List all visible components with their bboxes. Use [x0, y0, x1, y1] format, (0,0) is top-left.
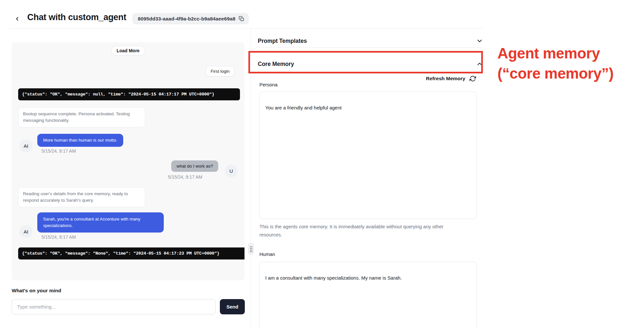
annotation-text: Agent memory (“core memory”) — [497, 43, 643, 83]
chevron-down-icon — [476, 37, 483, 44]
user-message-bubble: what do I work as? — [171, 160, 218, 172]
persona-textarea[interactable]: You are a friendly and helpful agent — [259, 92, 477, 219]
load-more-button[interactable]: Load More — [111, 46, 145, 56]
human-label: Human — [259, 251, 275, 257]
drag-dots-icon — [249, 246, 252, 252]
agent-id-value: 8095dd33-aaad-4f9a-b2cc-b9a84aee69a8 — [138, 16, 235, 22]
panel-resize-handle[interactable] — [248, 243, 254, 254]
copy-agent-id-button[interactable] — [239, 16, 244, 21]
agent-avatar: AI — [19, 139, 32, 152]
message-timestamp: 5/15/24, 9:17 AM — [168, 174, 202, 180]
agent-id-badge: 8095dd33-aaad-4f9a-b2cc-b9a84aee69a8 — [132, 13, 249, 24]
chat-message-panel: Load More First login {"status": "OK", "… — [12, 42, 244, 280]
prompt-templates-title: Prompt Templates — [258, 38, 307, 44]
inner-monologue-message: Bootup sequence complete. Persona activa… — [18, 107, 145, 127]
header-divider — [9, 29, 483, 29]
annotation-line-1: Agent memory — [497, 43, 643, 63]
page-title: Chat with custom_agent — [27, 12, 126, 22]
chevron-left-icon — [14, 16, 20, 22]
system-json-message: {"status": "OK", "message": "None", "tim… — [18, 247, 244, 259]
message-timestamp: 5/15/24, 9:17 AM — [42, 148, 76, 154]
agent-avatar: AI — [19, 225, 32, 238]
agent-message-bubble: More human than human is our motto. — [37, 134, 123, 147]
first-login-badge: First login — [206, 66, 234, 77]
human-textarea[interactable]: I am a consultant with many specializati… — [259, 262, 477, 328]
chevron-up-icon — [476, 60, 483, 68]
core-memory-section-header[interactable]: Core Memory — [258, 58, 483, 70]
composer-label: What's on your mind — [12, 288, 61, 294]
send-button[interactable]: Send — [220, 299, 245, 314]
core-memory-description: This is the agents core memory. It is im… — [259, 222, 464, 239]
refresh-memory-label: Refresh Memory — [426, 76, 465, 82]
copy-icon — [239, 16, 244, 21]
agent-message-bubble: Sarah, you're a consultant at Accenture … — [37, 212, 164, 233]
message-timestamp: 5/15/24, 9:17 AM — [42, 234, 76, 240]
panel-divider — [251, 29, 251, 328]
persona-label: Persona — [259, 82, 278, 87]
back-button[interactable] — [13, 14, 21, 23]
section-divider — [256, 47, 483, 48]
refresh-icon — [470, 75, 476, 82]
message-input[interactable] — [12, 299, 216, 314]
system-json-message: {"status": "OK", "message": null, "time"… — [18, 88, 240, 100]
refresh-memory-button[interactable]: Refresh Memory — [258, 75, 476, 82]
user-avatar: U — [225, 164, 238, 177]
core-memory-title: Core Memory — [258, 61, 294, 68]
inner-monologue-message: Reading user's details from the core mem… — [18, 187, 145, 207]
app-window: Chat with custom_agent 8095dd33-aaad-4f9… — [0, 0, 644, 328]
annotation-line-2: (“core memory”) — [497, 63, 643, 83]
prompt-templates-section-header[interactable]: Prompt Templates — [258, 35, 483, 47]
